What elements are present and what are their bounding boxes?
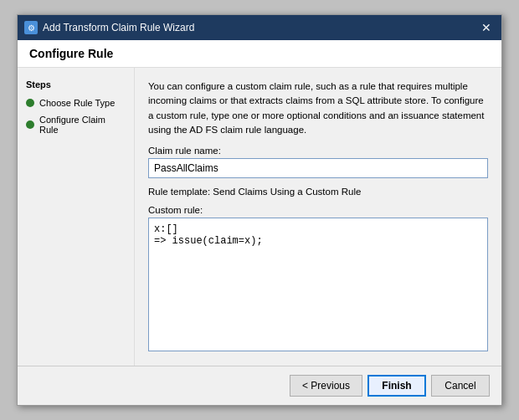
- step-dot-2: [26, 120, 34, 129]
- page-title: Configure Rule: [18, 40, 501, 68]
- finish-button[interactable]: Finish: [367, 375, 426, 397]
- claim-rule-name-input[interactable]: [148, 158, 488, 178]
- content-area: Steps Choose Rule Type Configure Claim R…: [18, 68, 501, 366]
- title-bar-left: ⚙ Add Transform Claim Rule Wizard: [24, 21, 194, 34]
- rule-template-text: Rule template: Send Claims Using a Custo…: [148, 187, 488, 197]
- claim-rule-name-group: Claim rule name:: [148, 146, 488, 178]
- claim-rule-name-label: Claim rule name:: [148, 146, 488, 156]
- previous-button[interactable]: < Previous: [290, 375, 362, 397]
- window-icon: ⚙: [24, 21, 38, 34]
- step-dot-1: [26, 99, 34, 107]
- description-text: You can configure a custom claim rule, s…: [148, 79, 488, 137]
- step-label-2: Configure Claim Rule: [39, 115, 126, 135]
- window-title: Add Transform Claim Rule Wizard: [43, 22, 194, 33]
- step-item-2: Configure Claim Rule: [26, 115, 126, 135]
- cancel-button[interactable]: Cancel: [431, 375, 490, 397]
- steps-heading: Steps: [26, 79, 126, 90]
- step-item-1: Choose Rule Type: [26, 98, 126, 108]
- custom-rule-group: Custom rule: x:[] => issue(claim=x);: [148, 205, 488, 354]
- title-bar: ⚙ Add Transform Claim Rule Wizard ✕: [18, 15, 501, 40]
- steps-panel: Steps Choose Rule Type Configure Claim R…: [18, 68, 135, 366]
- close-button[interactable]: ✕: [478, 19, 495, 36]
- wizard-window: ⚙ Add Transform Claim Rule Wizard ✕ Conf…: [17, 14, 502, 406]
- main-panel: You can configure a custom claim rule, s…: [135, 68, 501, 366]
- footer: < Previous Finish Cancel: [18, 366, 501, 405]
- custom-rule-label: Custom rule:: [148, 205, 488, 215]
- step-label-1: Choose Rule Type: [39, 98, 115, 108]
- custom-rule-textarea[interactable]: x:[] => issue(claim=x);: [148, 218, 488, 351]
